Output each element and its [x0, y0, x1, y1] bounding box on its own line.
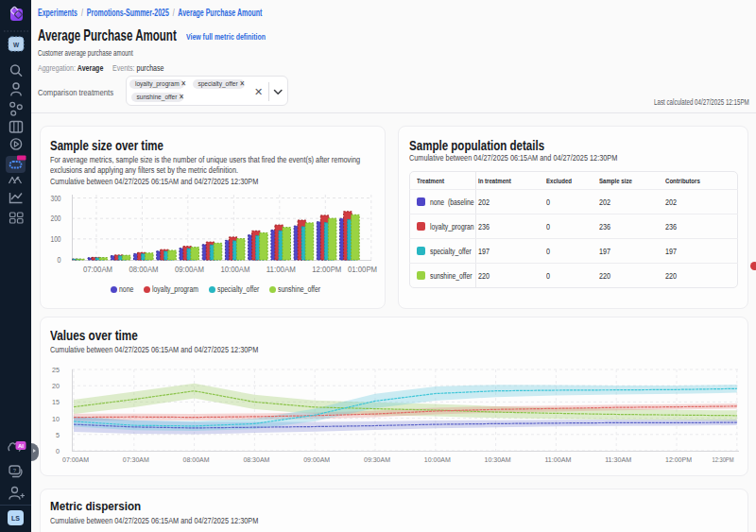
svg-text:07:30AM: 07:30AM: [123, 455, 149, 464]
svg-text:0: 0: [56, 447, 60, 455]
svg-text:10:00AM: 10:00AM: [424, 455, 451, 464]
svg-text:11:00AM: 11:00AM: [544, 455, 571, 464]
svg-text:20: 20: [52, 382, 60, 390]
svg-text:12:30PM: 12:30PM: [713, 455, 734, 464]
svg-text:LS: LS: [11, 515, 20, 522]
svg-text:25: 25: [52, 366, 60, 374]
svg-text:09:00AM: 09:00AM: [303, 455, 330, 464]
svg-text:09:30AM: 09:30AM: [364, 455, 390, 464]
svg-text:15: 15: [52, 398, 60, 406]
svg-text:12:00PM: 12:00PM: [665, 455, 692, 464]
svg-text:10: 10: [52, 415, 60, 423]
svg-text:11:30AM: 11:30AM: [605, 455, 631, 464]
svg-text:10:30AM: 10:30AM: [485, 455, 511, 464]
svg-text:08:00AM: 08:00AM: [183, 455, 210, 464]
svg-text:5: 5: [56, 431, 60, 439]
svg-text:07:00AM: 07:00AM: [62, 455, 89, 464]
svg-text:08:30AM: 08:30AM: [243, 455, 269, 464]
